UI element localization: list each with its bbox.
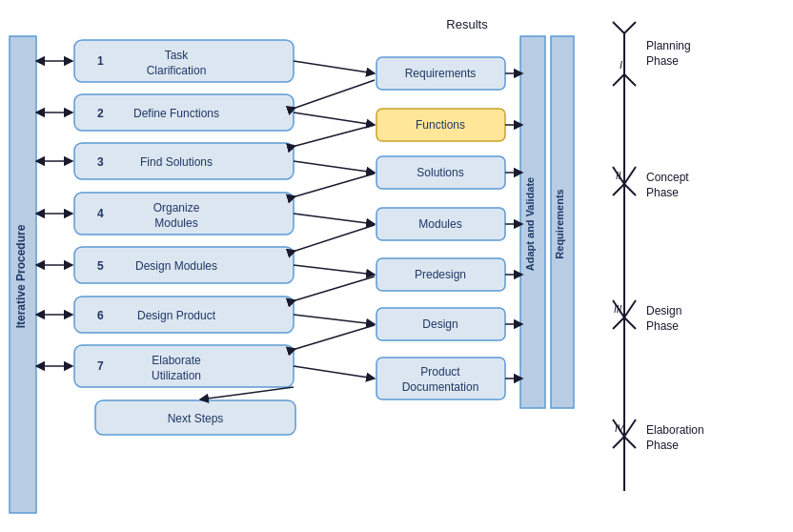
result-7-label1: Product	[420, 365, 460, 379]
step-4-label1: Organize	[153, 201, 200, 215]
planning-numeral: I	[620, 59, 622, 71]
planning-fork-upper-right	[624, 22, 636, 33]
planning-fork-upper-left	[613, 22, 624, 33]
step-2-label: Define Functions	[133, 107, 219, 120]
step-5-label: Design Modules	[135, 259, 217, 273]
concept-fork-upper-right	[624, 167, 636, 184]
arrow-step3-sol	[294, 161, 375, 173]
planning-phase-label2: Phase	[646, 54, 679, 68]
design-fork-lower-right	[624, 317, 636, 329]
elab-fork-upper-right	[624, 419, 636, 437]
arrow-mod-step5	[295, 225, 375, 251]
design-numeral: III	[614, 304, 622, 315]
step-7-num: 7	[97, 359, 104, 373]
result-6-label: Design	[422, 317, 458, 331]
concept-fork-lower-right	[624, 184, 636, 195]
step-6-label: Design Product	[137, 309, 216, 322]
step-3-label: Find Solutions	[140, 155, 213, 169]
elab-fork-lower-right	[624, 437, 636, 448]
arrow-step2-func	[294, 113, 375, 125]
design-fork-lower-left	[613, 317, 624, 329]
arrow-pre-step6	[295, 276, 375, 300]
main-diagram: Results Iterative Procedure 1 Task Clari…	[0, 0, 793, 532]
planning-fork-lower-right	[624, 74, 636, 86]
arrow-step4-mod	[294, 214, 375, 224]
step-7-label1: Elaborate	[152, 354, 201, 367]
step-5-num: 5	[97, 259, 104, 273]
step-6-num: 6	[97, 309, 104, 322]
elab-fork-lower-left	[613, 437, 624, 448]
step-4-num: 4	[97, 207, 104, 220]
step-7-label2: Utilization	[152, 369, 201, 382]
arrow-to-nextsteps	[200, 387, 294, 399]
result-2-label: Functions	[416, 118, 465, 132]
concept-numeral: II	[616, 171, 621, 181]
results-title-text: Results	[446, 17, 488, 31]
arrow-func-step3	[295, 125, 375, 146]
adapt-text: Adapt and Validate	[524, 177, 536, 271]
step-4-label2: Modules	[154, 216, 197, 230]
step-1-label1: Task	[165, 49, 190, 62]
arrow-sol-step4	[295, 174, 375, 196]
result-5-label: Predesign	[415, 268, 466, 281]
step-1-label2: Clarification	[147, 64, 207, 77]
elab-phase-label2: Phase	[646, 439, 679, 452]
result-1-label: Requirements	[405, 67, 477, 80]
concept-phase-label1: Concept	[646, 171, 689, 184]
step-3-num: 3	[97, 155, 104, 169]
arrow-step5-pre	[294, 265, 375, 275]
planning-fork-lower-left	[613, 74, 624, 86]
concept-fork-lower-left	[613, 184, 624, 195]
result-7-label2: Documentation	[402, 380, 479, 394]
next-steps-label: Next Steps	[168, 412, 224, 425]
result-3-label: Solutions	[417, 166, 463, 179]
iterative-text: Iterative Procedure	[14, 224, 28, 328]
elab-phase-label1: Elaboration	[646, 423, 704, 437]
arrow-step1-req	[294, 61, 375, 73]
step-1-num: 1	[97, 54, 104, 68]
elab-numeral: IV	[615, 423, 625, 434]
planning-phase-label1: Planning	[646, 39, 691, 52]
step-2-num: 2	[97, 107, 104, 120]
result-4-label: Modules	[418, 217, 461, 231]
requirements-text: Requirements	[554, 189, 565, 258]
arrow-step6-des	[294, 315, 375, 324]
arrow-step7-doc	[294, 366, 375, 379]
design-phase-label2: Phase	[646, 319, 679, 333]
arrow-des-step7	[295, 325, 375, 349]
design-fork-upper-right	[624, 300, 636, 317]
design-phase-label1: Design	[646, 304, 681, 317]
arrow-req-step2	[295, 80, 375, 108]
concept-phase-label2: Phase	[646, 186, 679, 199]
